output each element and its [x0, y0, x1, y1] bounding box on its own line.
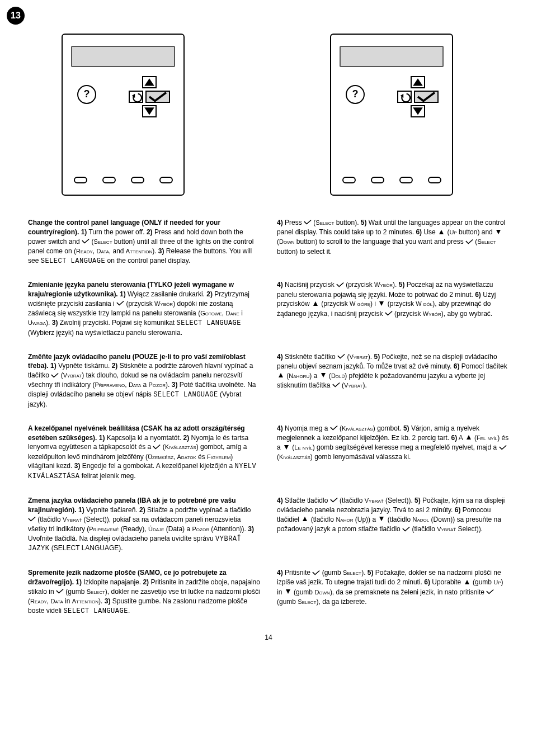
indicator-leds — [331, 177, 452, 183]
language-row-hu: A kezelőpanel nyelvének beállítása (CSAK… — [28, 424, 509, 481]
led-slot — [371, 177, 384, 183]
page-number: 14 — [28, 633, 509, 642]
lcd-screen — [71, 46, 175, 67]
back-button — [129, 91, 143, 103]
up-icon — [463, 578, 471, 588]
led-slot — [102, 177, 116, 183]
led-slot — [74, 177, 87, 183]
help-button: ? — [77, 85, 96, 104]
up-icon — [301, 515, 309, 525]
select-icon — [330, 424, 338, 433]
svg-marker-6 — [439, 230, 444, 234]
up-icon — [465, 433, 473, 443]
indicator-leds — [63, 177, 183, 183]
svg-marker-7 — [496, 230, 501, 234]
select-icon — [486, 588, 494, 597]
led-slot — [428, 177, 441, 183]
select-button — [145, 91, 170, 103]
led-slot — [131, 177, 144, 183]
select-icon — [402, 525, 410, 535]
svg-marker-16 — [465, 580, 469, 584]
select-icon — [312, 569, 320, 578]
nav-buttons — [396, 76, 440, 120]
up-icon — [437, 228, 445, 238]
svg-marker-3 — [413, 78, 423, 86]
nav-buttons — [128, 76, 171, 120]
instruction-right: 4) Press (Select button). 5) Wait until … — [277, 218, 509, 256]
svg-marker-9 — [379, 301, 384, 306]
select-icon — [82, 237, 90, 247]
select-icon — [332, 381, 340, 390]
svg-marker-13 — [284, 445, 289, 450]
instruction-left: Změňte jazyk ovládacího panelu (POUZE je… — [28, 352, 260, 409]
step-badge: 13 — [7, 7, 25, 25]
language-row-cs: Změňte jazyk ovládacího panelu (POUZE je… — [28, 352, 509, 409]
select-icon — [51, 371, 59, 381]
help-button: ? — [346, 85, 365, 104]
language-row-sk: Zmena jazyka ovládacieho panela (IBA ak … — [28, 496, 509, 554]
instruction-right: 4) Nyomja meg a (Kiválasztás) gombot. 5)… — [277, 424, 509, 462]
select-icon — [56, 587, 64, 597]
down-button — [411, 105, 425, 117]
svg-marker-17 — [286, 589, 290, 594]
down-icon — [494, 228, 502, 238]
select-button — [414, 91, 439, 103]
led-slot — [342, 177, 356, 183]
down-icon — [319, 371, 327, 381]
instruction-left: Zmienianie języka panelu sterowania (TYL… — [28, 280, 260, 337]
instruction-left: Zmena jazyka ovládacieho panela (IBA ak … — [28, 496, 260, 554]
svg-marker-5 — [413, 107, 423, 115]
device-right: ? — [330, 34, 453, 196]
language-row-pl: Zmienianie języka panelu sterowania (TYL… — [28, 280, 509, 337]
svg-marker-11 — [321, 373, 326, 377]
language-row-sl: Spremenite jezik nadzorne plošče (SAMO, … — [28, 568, 509, 616]
language-row-en: Change the control panel language (ONLY … — [28, 218, 509, 266]
down-icon — [284, 588, 292, 597]
select-icon — [465, 238, 473, 247]
up-icon — [277, 371, 285, 381]
device-left: ? — [62, 34, 185, 196]
instruction-left: A kezelőpanel nyelvének beállítása (CSAK… — [28, 424, 260, 481]
down-icon — [282, 443, 290, 453]
instruction-right: 4) Naciśnij przycisk (przycisk Wybór). 5… — [277, 280, 509, 318]
instruction-right: 4) Stlačte tlačidlo (tlačidlo Vybrať (Se… — [277, 496, 509, 534]
led-slot — [159, 177, 173, 183]
select-icon — [116, 299, 124, 309]
instruction-right: 4) Pritisnite (gumb Select). 5) Počakajt… — [277, 568, 509, 606]
select-icon — [385, 309, 393, 319]
lcd-screen — [340, 46, 444, 67]
select-icon — [336, 281, 344, 290]
device-diagrams: ? ? — [62, 34, 509, 196]
select-icon — [304, 218, 312, 228]
svg-marker-14 — [303, 517, 307, 521]
led-slot — [399, 177, 413, 183]
svg-marker-8 — [313, 301, 318, 306]
down-button — [142, 105, 157, 117]
select-icon — [28, 515, 36, 525]
up-icon — [312, 300, 319, 309]
up-button — [411, 76, 425, 88]
down-icon — [378, 515, 385, 525]
select-icon — [337, 352, 345, 362]
instruction-left: Change the control panel language (ONLY … — [28, 218, 260, 266]
select-icon — [499, 443, 507, 453]
select-icon — [153, 443, 161, 452]
back-button — [397, 91, 412, 103]
svg-marker-15 — [379, 517, 384, 521]
instruction-right: 4) Stiskněte tlačítko (Vybrat). 5) Počke… — [277, 352, 509, 390]
down-icon — [378, 300, 385, 309]
svg-marker-2 — [144, 107, 154, 115]
up-button — [142, 76, 157, 88]
svg-marker-12 — [467, 435, 471, 440]
instruction-left: Spremenite jezik nadzorne plošče (SAMO, … — [28, 568, 260, 616]
svg-marker-10 — [279, 373, 283, 377]
svg-marker-0 — [144, 78, 154, 86]
select-icon — [330, 496, 338, 505]
